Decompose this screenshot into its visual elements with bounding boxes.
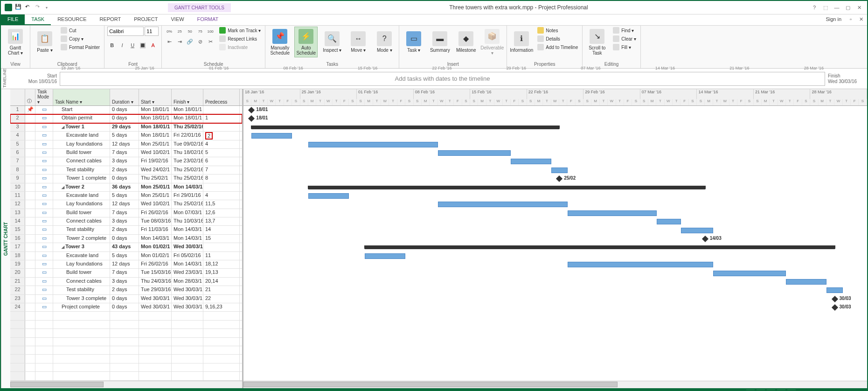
name-cell[interactable]: Test stability	[53, 226, 110, 234]
name-cell[interactable]: Lay foundations	[53, 140, 110, 148]
info-cell[interactable]	[25, 286, 35, 294]
pred-cell[interactable]: 4	[203, 192, 240, 200]
task-row[interactable]: 23▭Tower 3 complete0 daysWed 30/03/1Wed …	[10, 295, 242, 303]
row-number[interactable]: 10	[10, 183, 25, 191]
row-number[interactable]: 20	[10, 269, 25, 277]
finish-cell[interactable]: Mon 14/03/1	[172, 226, 203, 234]
finish-cell[interactable]: Mon 07/03/1	[172, 209, 203, 217]
chart-scrollbar[interactable]	[243, 381, 867, 388]
task-bar[interactable]	[511, 159, 551, 164]
info-cell[interactable]	[25, 175, 35, 182]
name-cell[interactable]: Tower 1	[53, 123, 110, 131]
info-cell[interactable]	[25, 140, 35, 148]
info-cell[interactable]	[25, 260, 35, 268]
outdent-button[interactable]: ⇤	[165, 37, 174, 46]
finish-cell[interactable]: Wed 30/03/1	[172, 243, 203, 251]
pred-cell[interactable]	[203, 243, 240, 251]
task-bar[interactable]	[713, 271, 786, 276]
task-row[interactable]: 5▭Lay foundations12 daysMon 25/01/1Tue 0…	[10, 140, 242, 149]
row-number[interactable]: 21	[10, 278, 25, 286]
split-task-button[interactable]: ✂	[206, 37, 215, 46]
milestone-marker[interactable]	[556, 175, 562, 182]
task-row[interactable]: 7▭Connect cables3 daysFri 19/02/16Tue 23…	[10, 157, 242, 166]
info-cell[interactable]	[25, 217, 35, 225]
start-cell[interactable]: Fri 26/02/16	[139, 260, 172, 268]
start-cell[interactable]: Mon 25/01/1	[139, 140, 172, 148]
task-row[interactable]: 21▭Connect cables3 daysThu 24/03/16Mon 2…	[10, 278, 242, 286]
name-cell[interactable]: Connect cables	[53, 217, 110, 225]
row-number[interactable]: 13	[10, 209, 25, 217]
gantt-chart-button[interactable]: 📊Gantt Chart ▾	[4, 27, 27, 57]
col-rownum[interactable]	[10, 89, 25, 105]
task-row[interactable]: 16▭Tower 2 complete0 daysMon 14/03/1Mon …	[10, 235, 242, 243]
col-duration[interactable]: Duration ▾	[110, 89, 139, 105]
name-cell[interactable]: Tower 1 complete	[53, 175, 110, 182]
start-cell[interactable]: Fri 19/02/16	[139, 157, 172, 165]
col-predecessors[interactable]: Predecess	[203, 89, 240, 105]
details-button[interactable]: Details	[536, 35, 579, 42]
mode-cell[interactable]: ▭	[35, 235, 53, 243]
name-cell[interactable]: Tower 2 complete	[53, 235, 110, 243]
inactivate-button[interactable]: Inactivate	[218, 43, 262, 51]
duration-cell[interactable]: 0 days	[110, 114, 139, 122]
task-row[interactable]: 4▭Excavate land5 daysMon 18/01/1Fri 22/0…	[10, 132, 242, 140]
start-cell[interactable]: Mon 18/01/1	[139, 106, 172, 114]
name-cell[interactable]: Connect cables	[53, 278, 110, 286]
row-number[interactable]: 16	[10, 235, 25, 243]
task-bar[interactable]	[568, 210, 657, 216]
start-cell[interactable]: Thu 25/02/1	[139, 175, 172, 182]
undo-icon[interactable]: ↶	[25, 4, 33, 11]
mode-cell[interactable]: ▭	[35, 114, 53, 122]
name-cell[interactable]: Excavate land	[53, 252, 110, 260]
name-cell[interactable]: Excavate land	[53, 192, 110, 200]
name-cell[interactable]: Tower 3 complete	[53, 295, 110, 303]
pred-cell[interactable]: 8	[203, 175, 240, 182]
tab-file[interactable]: FILE	[1, 14, 25, 25]
task-insert-button[interactable]: ▭Task ▾	[402, 27, 425, 57]
pred-cell[interactable]: 1	[203, 114, 240, 122]
duration-cell[interactable]: 0 days	[110, 175, 139, 182]
task-bar[interactable]	[308, 193, 349, 199]
task-bar[interactable]	[308, 142, 438, 147]
task-row[interactable]: 6▭Build tower7 daysWed 10/02/1Thu 18/02/…	[10, 149, 242, 157]
finish-cell[interactable]: Mon 18/01/1	[172, 114, 203, 122]
name-cell[interactable]: Project complete	[53, 303, 110, 311]
row-number[interactable]: 11	[10, 192, 25, 200]
info-cell[interactable]	[25, 209, 35, 217]
finish-cell[interactable]: Mon 14/03/1	[172, 183, 203, 191]
duration-cell[interactable]: 0 days	[110, 295, 139, 303]
task-bar[interactable]	[438, 150, 511, 156]
info-cell[interactable]	[25, 183, 35, 191]
mode-cell[interactable]: ▭	[35, 157, 53, 165]
mode-cell[interactable]: ▭	[35, 286, 53, 294]
finish-cell[interactable]: Mon 14/03/1	[172, 235, 203, 243]
empty-row[interactable]	[10, 363, 242, 372]
col-info[interactable]: ⓘ	[25, 89, 35, 105]
task-bar[interactable]	[826, 287, 843, 293]
mode-cell[interactable]: ▭	[35, 243, 53, 251]
task-bar[interactable]	[681, 228, 713, 233]
mode-cell[interactable]: ▭	[35, 278, 53, 286]
pred-cell[interactable]	[203, 183, 240, 191]
row-number[interactable]: 2	[10, 114, 25, 122]
tab-project[interactable]: PROJECT	[127, 14, 164, 25]
info-cell[interactable]	[25, 192, 35, 200]
task-row[interactable]: 1📌▭Start0 daysMon 18/01/1Mon 18/01/1	[10, 106, 242, 114]
name-cell[interactable]: Test stability	[53, 166, 110, 174]
pred-cell[interactable]: 20,14	[203, 278, 240, 286]
info-cell[interactable]	[25, 114, 35, 122]
start-cell[interactable]: Wed 10/02/1	[139, 149, 172, 157]
row-number[interactable]: 5	[10, 140, 25, 148]
milestone-marker[interactable]	[702, 236, 708, 242]
auto-schedule-button[interactable]: ⚡Auto Schedule	[294, 27, 318, 57]
empty-row[interactable]	[10, 372, 242, 380]
summary-button[interactable]: ▬Summary	[428, 27, 451, 57]
finish-cell[interactable]: Tue 23/02/16	[172, 157, 203, 165]
task-bar[interactable]	[365, 253, 405, 259]
tab-task[interactable]: TASK	[25, 14, 51, 25]
name-cell[interactable]: Lay foundations	[53, 200, 110, 208]
row-number[interactable]: 9	[10, 175, 25, 182]
empty-row[interactable]	[10, 338, 242, 346]
start-cell[interactable]: Mon 01/02/1	[139, 252, 172, 260]
link-tasks-button[interactable]: 🔗	[185, 37, 194, 46]
